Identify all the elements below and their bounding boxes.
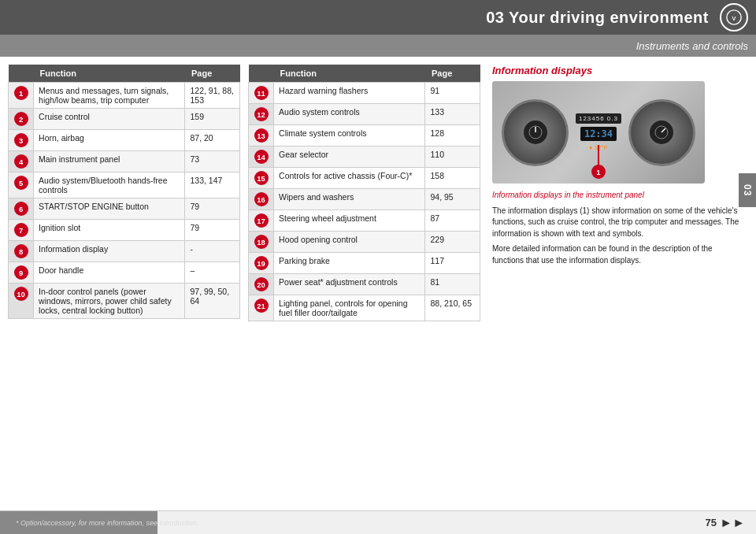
row-page: - xyxy=(185,241,240,262)
number-badge: 4 xyxy=(14,154,28,169)
footer: * Option/accessory, for more information… xyxy=(0,510,756,534)
number-badge: 21 xyxy=(254,299,269,313)
row-page: 88, 210, 65 xyxy=(425,295,480,321)
left-gauge-inner xyxy=(524,121,547,144)
row-page: 97, 99, 50, 64 xyxy=(185,284,240,319)
number-badge: 9 xyxy=(14,265,28,280)
time-display: 12:34 xyxy=(580,127,617,141)
volvo-circle-icon: V xyxy=(725,9,743,26)
svg-text:V: V xyxy=(732,15,736,22)
table-row: 6 START/STOP ENGINE button 79 xyxy=(9,198,240,220)
row-function: Information display xyxy=(34,241,185,262)
odometer-display: 123456 0.3 xyxy=(576,113,621,124)
number-badge: 18 xyxy=(254,235,269,249)
table-row: 5 Audio system/Bluetooth hands-free cont… xyxy=(9,172,240,198)
number-badge: 12 xyxy=(254,107,269,121)
row-page: 79 xyxy=(185,220,240,241)
number-badge: 19 xyxy=(254,256,269,270)
col-num-1 xyxy=(9,65,34,83)
functions-table-2: Function Page 11 Hazard warning flashers… xyxy=(248,65,480,321)
volvo-logo-icon: V xyxy=(720,3,748,32)
row-function: Controls for active chassis (Four-C)* xyxy=(274,168,425,189)
row-num: 10 xyxy=(9,284,34,319)
row-page: 110 xyxy=(425,146,480,168)
row-page: 133, 147 xyxy=(185,172,240,198)
table-row: 4 Main instrument panel 73 xyxy=(9,151,240,172)
row-page: 87, 20 xyxy=(185,130,240,151)
main-content: Function Page 1 Menus and messages, turn… xyxy=(0,57,756,510)
row-function: Cruise control xyxy=(34,109,185,130)
row-num: 14 xyxy=(249,146,274,168)
row-page: 91 xyxy=(425,83,480,104)
table-row: 3 Horn, airbag 87, 20 xyxy=(9,130,240,151)
table-row: 10 In-door control panels (power windows… xyxy=(9,284,240,319)
row-num: 8 xyxy=(9,241,34,262)
right-gauge xyxy=(628,99,695,166)
left-gauge xyxy=(502,99,569,166)
row-function: Lighting panel, controls for opening fue… xyxy=(274,295,425,321)
row-function: In-door control panels (power windows, m… xyxy=(34,284,185,319)
next-arrow-icon[interactable]: ►► xyxy=(720,516,745,530)
number-badge: 11 xyxy=(254,86,269,100)
row-function: Steering wheel adjustment xyxy=(274,210,425,232)
sub-header: Instruments and controls xyxy=(0,35,756,57)
table-row: 18 Hood opening control 229 xyxy=(249,232,480,253)
page-number: 75 xyxy=(706,517,717,528)
row-function: Hood opening control xyxy=(274,232,425,253)
table-row: 7 Ignition slot 79 xyxy=(9,220,240,241)
number-badge: 3 xyxy=(14,133,28,147)
row-function: Audio system controls xyxy=(274,104,425,125)
table-row: 16 Wipers and washers 94, 95 xyxy=(249,189,480,210)
svg-line-5 xyxy=(662,128,665,132)
image-caption-text: Information displays in the instrument p… xyxy=(492,190,744,202)
caption-italic: Information displays in the instrument p… xyxy=(492,191,644,199)
row-page: 117 xyxy=(425,253,480,274)
row-num: 15 xyxy=(249,168,274,189)
row-num: 7 xyxy=(9,220,34,241)
row-function: Gear selector xyxy=(274,146,425,168)
row-page: 158 xyxy=(425,168,480,189)
page-title: 03 Your driving environment xyxy=(486,9,709,27)
row-num: 17 xyxy=(249,210,274,232)
table-row: 12 Audio system controls 133 xyxy=(249,104,480,125)
functions-table-1: Function Page 1 Menus and messages, turn… xyxy=(8,65,240,319)
row-function: Hazard warning flashers xyxy=(274,83,425,104)
row-function: START/STOP ENGINE button xyxy=(34,198,185,220)
number-badge: 2 xyxy=(14,112,28,126)
number-badge: 5 xyxy=(14,176,28,190)
row-page: 128 xyxy=(425,125,480,146)
row-num: 18 xyxy=(249,232,274,253)
chapter-tab: 03 xyxy=(739,173,756,207)
row-page: 87 xyxy=(425,210,480,232)
description-2: More detailed information can be found i… xyxy=(492,243,744,266)
row-page: 94, 95 xyxy=(425,189,480,210)
row-page: 229 xyxy=(425,232,480,253)
number-badge: 6 xyxy=(14,202,28,216)
row-num: 4 xyxy=(9,151,34,172)
speedometer-icon xyxy=(528,124,543,140)
table-row: 15 Controls for active chassis (Four-C)*… xyxy=(249,168,480,189)
table-row: 1 Menus and messages, turn signals, high… xyxy=(9,83,240,109)
table-row: 21 Lighting panel, controls for opening … xyxy=(249,295,480,321)
row-function: Door handle xyxy=(34,262,185,284)
row-page: 79 xyxy=(185,198,240,220)
row-num: 12 xyxy=(249,104,274,125)
row-num: 11 xyxy=(249,83,274,104)
table2-wrapper: Function Page 11 Hazard warning flashers… xyxy=(248,65,480,510)
row-num: 3 xyxy=(9,130,34,151)
number-badge: 15 xyxy=(254,171,269,185)
row-function: Parking brake xyxy=(274,253,425,274)
table-row: 8 Information display - xyxy=(9,241,240,262)
instrument-panel-image: 123456 0.3 12:34 ♦ 32°F 1 xyxy=(492,81,705,184)
row-page: – xyxy=(185,262,240,284)
number-badge-1: 1 xyxy=(591,165,606,179)
tachometer-icon xyxy=(654,124,669,140)
row-function: Ignition slot xyxy=(34,220,185,241)
number-badge: 7 xyxy=(14,223,28,237)
col-page-1: Page xyxy=(185,65,240,83)
row-function: Climate system controls xyxy=(274,125,425,146)
row-num: 1 xyxy=(9,83,34,109)
row-num: 6 xyxy=(9,198,34,220)
row-page: 73 xyxy=(185,151,240,172)
row-num: 20 xyxy=(249,274,274,295)
